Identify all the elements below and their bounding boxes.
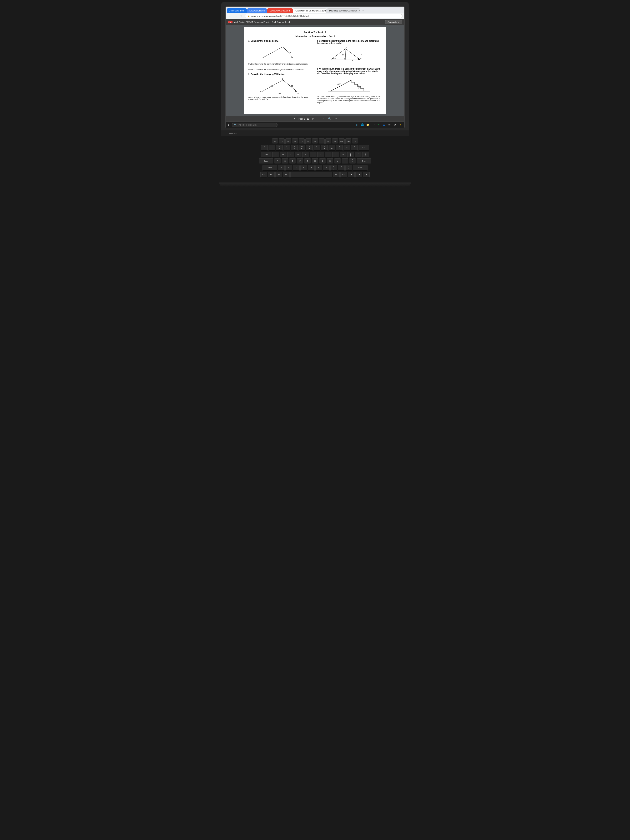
key-h[interactable]: H — [312, 158, 318, 164]
key-arrow-right[interactable]: ► — [363, 172, 369, 177]
key-lbracket[interactable]: {[ — [347, 152, 354, 158]
pdf-zoom-out[interactable]: − — [321, 117, 325, 121]
key-shift-left[interactable]: Shift — [262, 165, 277, 171]
key-alt-right[interactable]: Alt — [333, 172, 339, 177]
key-v[interactable]: V — [300, 165, 307, 171]
key-backspace[interactable]: ⌫ — [358, 145, 369, 151]
key-semicolon[interactable]: :; — [342, 158, 348, 164]
key-f[interactable]: F — [297, 158, 303, 164]
key-y[interactable]: Y — [310, 152, 316, 158]
key-s[interactable]: S — [282, 158, 288, 164]
key-arrow-updown[interactable]: ▲▼ — [355, 172, 362, 177]
key-x[interactable]: X — [286, 165, 292, 171]
taskbar-edge[interactable]: 🌐 — [360, 123, 365, 127]
key-alt-left[interactable]: Alt — [283, 172, 290, 177]
key-7[interactable]: &7 — [314, 145, 320, 151]
key-4[interactable]: $4 — [291, 145, 298, 151]
key-n[interactable]: N — [316, 165, 322, 171]
search-bar[interactable]: 🔍 — [232, 123, 278, 127]
key-f11[interactable]: F11 — [346, 138, 351, 144]
search-input[interactable] — [238, 124, 275, 126]
reload-button[interactable]: ↻ — [239, 14, 244, 18]
key-f10[interactable]: F10 — [339, 138, 344, 144]
key-quote[interactable]: "' — [349, 158, 356, 164]
key-9[interactable]: (9 — [328, 145, 335, 151]
key-b[interactable]: B — [308, 165, 314, 171]
back-button[interactable]: ← — [227, 14, 232, 18]
taskbar-cortana[interactable]: ● — [355, 123, 359, 127]
taskbar-mail[interactable]: ✉ — [387, 123, 392, 127]
key-t[interactable]: T — [302, 152, 309, 158]
windows-start-button[interactable]: ⊞ — [227, 123, 230, 126]
key-q[interactable]: Q — [272, 152, 279, 158]
key-ctrl-left[interactable]: Ctrl — [261, 172, 267, 177]
forward-button[interactable]: → — [233, 14, 238, 18]
key-a[interactable]: A — [274, 158, 281, 164]
key-comma[interactable]: <, — [330, 165, 337, 171]
key-z[interactable]: Z — [278, 165, 284, 171]
key-slash[interactable]: ?/ — [346, 165, 352, 171]
key-c[interactable]: C — [293, 165, 300, 171]
taskbar-settings[interactable]: ⚙ — [393, 123, 397, 127]
key-f1[interactable]: F1 — [279, 138, 284, 144]
tab-davila[interactable]: Davila/AP Computer S — [267, 8, 293, 13]
key-e[interactable]: E — [287, 152, 294, 158]
tab-desmos-close[interactable]: ✕ — [358, 10, 360, 12]
key-f6[interactable]: F6 — [312, 138, 318, 144]
open-with-button[interactable]: Open with ▼ — [385, 20, 402, 24]
taskbar-excel[interactable]: X — [376, 123, 381, 127]
key-8[interactable]: *8 — [321, 145, 328, 151]
key-f4[interactable]: F4 — [299, 138, 305, 144]
key-esc[interactable]: Esc — [272, 138, 278, 144]
key-f5[interactable]: F5 — [305, 138, 311, 144]
key-w[interactable]: W — [280, 152, 286, 158]
key-shift-right[interactable]: Shift — [353, 165, 368, 171]
taskbar-explorer[interactable]: 📁 — [365, 123, 370, 127]
tab-classwork[interactable]: Classwork for Mr. Mendez Geom ✕ — [293, 8, 327, 13]
taskbar-apps[interactable]: ⋮⋮ — [371, 123, 376, 127]
key-f9[interactable]: F9 — [332, 138, 338, 144]
key-caps[interactable]: Caps — [259, 158, 273, 164]
key-m[interactable]: M — [323, 165, 330, 171]
key-arrow-left[interactable]: ◄ — [348, 172, 355, 177]
key-g[interactable]: G — [304, 158, 311, 164]
taskbar-chrome[interactable]: ● — [398, 123, 403, 127]
key-f8[interactable]: F8 — [325, 138, 331, 144]
key-r[interactable]: R — [295, 152, 302, 158]
pdf-prev-page[interactable]: ◄ — [292, 117, 297, 121]
taskbar-word[interactable]: W — [382, 123, 386, 127]
key-i[interactable]: I — [325, 152, 332, 158]
key-tab[interactable]: Tab — [261, 152, 272, 158]
key-backtick[interactable]: ~` — [261, 145, 268, 151]
key-3[interactable]: #3 — [284, 145, 290, 151]
key-minus[interactable]: _- — [344, 145, 350, 151]
key-1[interactable]: !1 — [268, 145, 275, 151]
key-d[interactable]: D — [289, 158, 296, 164]
pdf-next-page[interactable]: ► — [311, 117, 316, 121]
key-fn[interactable]: Fn — [268, 172, 275, 177]
tab-chemistry[interactable]: Chemistry/Prieto — [227, 8, 247, 13]
tab-knowles[interactable]: Knowles/English — [247, 8, 267, 13]
key-win[interactable]: ⊞ — [275, 172, 282, 177]
pdf-zoom-in[interactable]: + — [334, 117, 338, 121]
pdf-search[interactable]: 🔍 — [327, 117, 333, 121]
key-p[interactable]: P — [340, 152, 346, 158]
key-enter[interactable]: Enter — [357, 158, 371, 164]
key-j[interactable]: J — [319, 158, 326, 164]
new-tab-button[interactable]: + — [361, 8, 366, 13]
key-f3[interactable]: F3 — [292, 138, 298, 144]
key-l[interactable]: L — [334, 158, 341, 164]
key-2[interactable]: @2 — [276, 145, 283, 151]
key-period[interactable]: >. — [338, 165, 344, 171]
key-backslash[interactable]: |\ — [362, 152, 369, 158]
key-5[interactable]: %5 — [298, 145, 305, 151]
key-f2[interactable]: F2 — [286, 138, 291, 144]
key-space[interactable] — [291, 172, 332, 177]
key-f12[interactable]: F12 — [352, 138, 358, 144]
key-ctrl-right[interactable]: Ctrl — [340, 172, 347, 177]
key-rbracket[interactable]: }] — [355, 152, 362, 158]
tab-desmos[interactable]: Desmos | Scientific Calculator ✕ — [327, 8, 360, 13]
key-equals[interactable]: += — [351, 145, 358, 151]
key-0[interactable]: )0 — [336, 145, 343, 151]
url-bar[interactable]: 🔒 classroom.google.com/u/0/w/MTQ4NDUwNTc… — [245, 14, 403, 18]
